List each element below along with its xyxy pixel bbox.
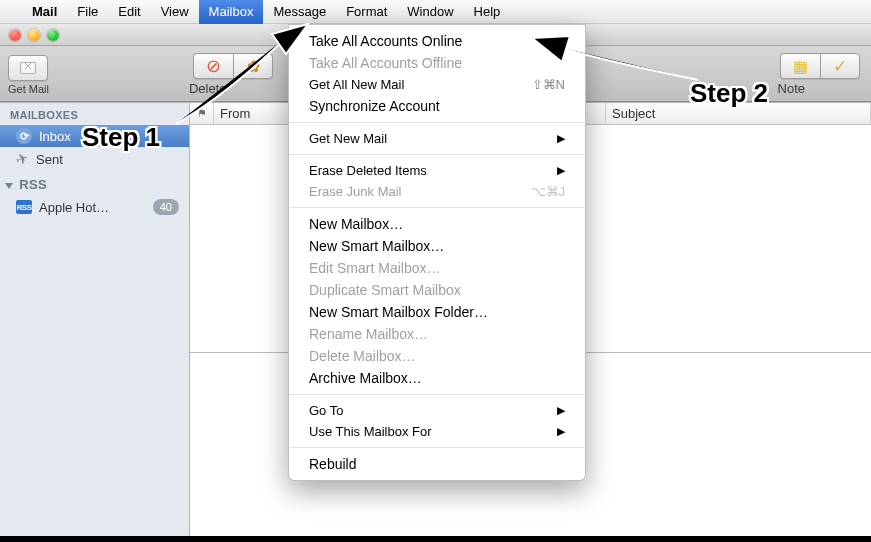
menu-get-all-new[interactable]: Get All New Mail ⇧⌘N [289, 74, 585, 95]
menu-separator [290, 447, 584, 448]
edit-menu[interactable]: Edit [108, 0, 150, 24]
menu-edit-smart: Edit Smart Mailbox… [289, 257, 585, 279]
submenu-arrow-icon: ▶ [557, 404, 565, 417]
toolbar-delete-junk: ⊘ ✿ Delete Junk [189, 53, 278, 96]
menu-item-label: Go To [309, 403, 343, 418]
paper-plane-icon: ✈ [13, 148, 31, 169]
submenu-arrow-icon: ▶ [557, 164, 565, 177]
menu-new-mailbox[interactable]: New Mailbox… [289, 213, 585, 235]
menu-sync[interactable]: Synchronize Account [289, 95, 585, 117]
menu-take-offline: Take All Accounts Offline [289, 52, 585, 74]
mailbox-dropdown: Take All Accounts Online Take All Accoun… [288, 24, 586, 481]
note-label: Note [778, 81, 805, 96]
menu-separator [290, 394, 584, 395]
note-button[interactable]: ▦ [780, 53, 820, 79]
menu-new-smart-folder[interactable]: New Smart Mailbox Folder… [289, 301, 585, 323]
format-menu[interactable]: Format [336, 0, 397, 24]
screenshot-bottom-border [0, 536, 871, 542]
rss-header-label: RSS [19, 177, 47, 192]
menu-separator [290, 154, 584, 155]
menu-item-label: Get New Mail [309, 131, 387, 146]
menu-rename: Rename Mailbox… [289, 323, 585, 345]
menu-shortcut: ⌥⌘J [513, 184, 566, 199]
window-controls [0, 29, 59, 41]
menu-goto[interactable]: Go To ▶ [289, 400, 585, 421]
menu-item-label: Erase Deleted Items [309, 163, 427, 178]
system-menubar: Mail File Edit View Mailbox Message Form… [0, 0, 871, 24]
menu-erase-junk: Erase Junk Mail ⌥⌘J [289, 181, 585, 202]
sidebar-item-label: Sent [36, 152, 63, 167]
unread-count-badge: 40 [153, 199, 179, 215]
sidebar-header-rss: RSS [0, 171, 189, 196]
menu-new-smart[interactable]: New Smart Mailbox… [289, 235, 585, 257]
inbox-icon: ⟳ [16, 128, 32, 144]
menu-dup-smart: Duplicate Smart Mailbox [289, 279, 585, 301]
junk-icon: ✿ [247, 57, 260, 76]
submenu-arrow-icon: ▶ [557, 132, 565, 145]
menu-take-online[interactable]: Take All Accounts Online [289, 30, 585, 52]
column-subject[interactable]: Subject [606, 103, 871, 124]
column-flag[interactable]: ⚑ [190, 103, 214, 124]
junk-button[interactable]: ✿ [233, 53, 273, 79]
window-menu[interactable]: Window [397, 0, 463, 24]
menu-get-new[interactable]: Get New Mail ▶ [289, 128, 585, 149]
sidebar-item-inbox[interactable]: ⟳ Inbox [0, 125, 189, 147]
todo-button[interactable]: ✓ [820, 53, 860, 79]
menu-erase-deleted[interactable]: Erase Deleted Items ▶ [289, 160, 585, 181]
menu-item-label: Use This Mailbox For [309, 424, 432, 439]
get-mail-label: Get Mail [8, 83, 49, 95]
menu-item-label: Get All New Mail [309, 77, 404, 92]
toolbar-get-mail: Get Mail [8, 55, 49, 95]
menu-use-for[interactable]: Use This Mailbox For ▶ [289, 421, 585, 442]
sidebar: MAILBOXES ⟳ Inbox ✈ Sent RSS RSS Apple H… [0, 103, 190, 542]
zoom-window-button[interactable] [47, 29, 59, 41]
menu-separator [290, 207, 584, 208]
checkmark-icon: ✓ [833, 56, 847, 77]
menu-rebuild[interactable]: Rebuild [289, 453, 585, 475]
no-sign-icon: ⊘ [206, 55, 221, 77]
menu-delete-mailbox: Delete Mailbox… [289, 345, 585, 367]
minimize-window-button[interactable] [28, 29, 40, 41]
app-menu[interactable]: Mail [22, 0, 67, 24]
envelope-icon [20, 62, 36, 74]
sidebar-item-rss-feed[interactable]: RSS Apple Hot… 40 [0, 196, 189, 218]
message-menu[interactable]: Message [263, 0, 336, 24]
sidebar-item-sent[interactable]: ✈ Sent [0, 147, 189, 171]
sidebar-item-label: Inbox [39, 129, 71, 144]
disclosure-triangle-icon[interactable] [5, 183, 13, 189]
file-menu[interactable]: File [67, 0, 108, 24]
close-window-button[interactable] [9, 29, 21, 41]
rss-badge-icon: RSS [16, 200, 32, 214]
delete-button[interactable]: ⊘ [193, 53, 233, 79]
note-icon: ▦ [793, 57, 808, 76]
delete-label: Delete [189, 81, 227, 96]
menu-shortcut: ⇧⌘N [514, 77, 565, 92]
mailbox-menu[interactable]: Mailbox [199, 0, 264, 24]
sidebar-header-mailboxes: MAILBOXES [0, 103, 189, 125]
menu-separator [290, 122, 584, 123]
get-mail-button[interactable] [8, 55, 48, 81]
help-menu[interactable]: Help [464, 0, 511, 24]
menu-item-label: Erase Junk Mail [309, 184, 401, 199]
menu-archive[interactable]: Archive Mailbox… [289, 367, 585, 389]
submenu-arrow-icon: ▶ [557, 425, 565, 438]
view-menu[interactable]: View [151, 0, 199, 24]
flag-icon: ⚑ [197, 107, 207, 120]
toolbar-note: ▦ ✓ Note To Do [778, 53, 863, 96]
sidebar-item-label: Apple Hot… [39, 200, 109, 215]
